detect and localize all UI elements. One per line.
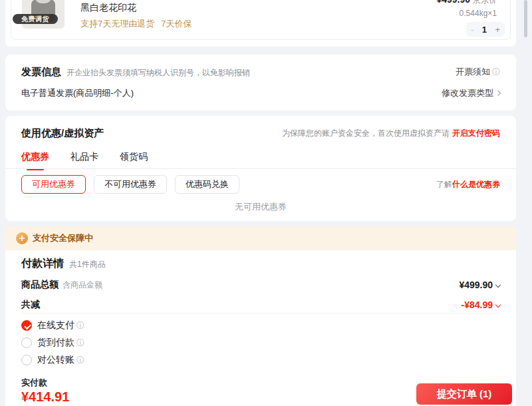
invoice-title: 发票信息	[21, 66, 61, 77]
invoice-notice-link[interactable]: 开票须知ⓘ	[456, 66, 500, 78]
filter-usable-coupons[interactable]: 可用优惠券	[21, 175, 86, 194]
modify-invoice-link[interactable]: 修改发票类型	[442, 87, 500, 99]
benefits-header: 使用优惠/虚拟资产 为保障您的账户资金安全，首次使用虚拟资产请开启支付密码	[21, 125, 500, 141]
what-is-coupon-link[interactable]: 什么是优惠券	[452, 180, 500, 189]
service-tags: 支持7天无理由退货7天价保	[80, 18, 192, 30]
tab-coupon[interactable]: 优惠券	[21, 149, 49, 168]
invoice-hint: 开企业抬头发票须填写纳税人识别号，以免影响报销	[66, 68, 250, 77]
discount-row: 共减 -¥84.99	[21, 297, 500, 313]
invoice-type-row: 电子普通发票(商品明细-个人) 修改发票类型	[21, 85, 500, 101]
invoice-type: 电子普通发票(商品明细-个人)	[21, 87, 134, 99]
coupon-filters: 可用优惠券 不可用优惠券 优惠码兑换	[21, 175, 247, 194]
set-pay-password-link[interactable]: 开启支付密码	[452, 128, 500, 138]
chevron-down-icon	[495, 282, 501, 288]
tab-gift-card[interactable]: 礼品卡	[70, 149, 98, 168]
divider	[21, 313, 500, 313]
qty-value: 1	[482, 25, 487, 35]
invoice-header-left: 发票信息开企业抬头发票须填写纳税人识别号，以免影响报销	[21, 66, 250, 79]
service-tag-returns: 支持7天无理由退货	[80, 19, 154, 29]
invoice-card: 发票信息开企业抬头发票须填写纳税人识别号，以免影响报销 开票须知ⓘ 电子普通发票…	[5, 55, 516, 110]
benefits-card: 使用优惠/虚拟资产 为保障您的账户资金安全，首次使用虚拟资产请开启支付密码 优惠…	[5, 116, 516, 221]
chevron-down-icon	[495, 302, 501, 307]
subtotal-label: 商品总额含商品金额	[21, 279, 102, 291]
radio-selected-icon[interactable]	[21, 320, 32, 331]
total-value: ¥414.91	[21, 389, 69, 405]
tab-pickup-code[interactable]: 领货码	[120, 149, 148, 168]
submit-order-button[interactable]: 提交订单 (1)	[416, 383, 512, 405]
safety-hint: 为保障您的账户资金安全，首次使用虚拟资产请开启支付密码	[282, 128, 500, 139]
service-tag-price-protect: 7天价保	[161, 19, 192, 29]
payment-method-online[interactable]: 在线支付 ⓘ	[21, 319, 84, 332]
discount-label: 共减	[21, 299, 40, 311]
tabs-divider	[5, 168, 516, 169]
product-title[interactable]: 黑白老花印花	[80, 2, 136, 14]
info-icon[interactable]: ⓘ	[76, 337, 84, 349]
payment-detail-title: 付款详情	[21, 257, 64, 271]
subtotal-value[interactable]: ¥499.90	[459, 280, 500, 290]
learn-coupon: 了解什么是优惠券	[436, 179, 500, 190]
radio-icon[interactable]	[21, 337, 32, 348]
filter-coupon-code[interactable]: 优惠码兑换	[175, 175, 239, 194]
invoice-header-row: 发票信息开企业抬头发票须填写纳税人识别号，以免影响报销 开票须知ⓘ	[21, 64, 500, 80]
total-label: 实付款	[21, 377, 47, 389]
subtotal-row: 商品总额含商品金额 ¥499.90	[21, 277, 500, 293]
radio-icon[interactable]	[21, 355, 32, 365]
qty-increase-button[interactable]: +	[495, 25, 500, 35]
info-icon[interactable]: ⓘ	[76, 320, 84, 331]
item-count: 共1件商品	[69, 259, 106, 270]
discount-value[interactable]: -¥84.99	[462, 300, 500, 310]
chevron-right-icon	[495, 91, 501, 96]
payment-method-cod[interactable]: 货到付款 ⓘ	[21, 336, 84, 349]
filter-unusable-coupons[interactable]: 不可用优惠券	[94, 175, 167, 194]
price-tag: 京东价	[473, 0, 497, 5]
free-exchange-badge: 免费调货	[13, 14, 58, 24]
order-checkout-page: 免费调货 黑白老花印花 支持7天无理由退货7天价保 ¥499.90京东价 0.5…	[0, 0, 532, 406]
scrollbar-thumb[interactable]	[524, 0, 527, 37]
product-item: 免费调货 黑白老花印花 支持7天无理由退货7天价保 ¥499.90京东价 0.5…	[11, 0, 511, 40]
quantity-stepper: - 1 +	[466, 22, 505, 37]
payment-security-banner: 支付安全保障中	[5, 226, 516, 250]
payment-method-corporate-transfer[interactable]: 对公转账 ⓘ	[21, 353, 84, 367]
qty-decrease-button[interactable]: -	[471, 25, 473, 35]
subtotal-sublabel: 含商品金额	[63, 280, 102, 290]
payment-card: 支付安全保障中 付款详情 共1件商品 商品总额含商品金额 ¥499.90 共减 …	[5, 226, 516, 406]
info-icon[interactable]: ⓘ	[76, 355, 84, 366]
benefit-tabs: 优惠券 礼品卡 领货码	[21, 149, 169, 168]
info-icon[interactable]: ⓘ	[492, 67, 500, 77]
payment-detail-header: 付款详情 共1件商品	[21, 257, 106, 273]
product-weight: 0.544kg×1	[460, 9, 497, 18]
benefits-title: 使用优惠/虚拟资产	[21, 127, 104, 140]
product-card: 免费调货 黑白老花印花 支持7天无理由退货7天价保 ¥499.90京东价 0.5…	[5, 0, 516, 47]
product-price: ¥499.90京东价	[436, 0, 497, 6]
security-banner-text: 支付安全保障中	[33, 232, 93, 244]
no-coupon-text: 无可用优惠券	[5, 201, 516, 213]
security-shield-icon	[16, 232, 28, 244]
